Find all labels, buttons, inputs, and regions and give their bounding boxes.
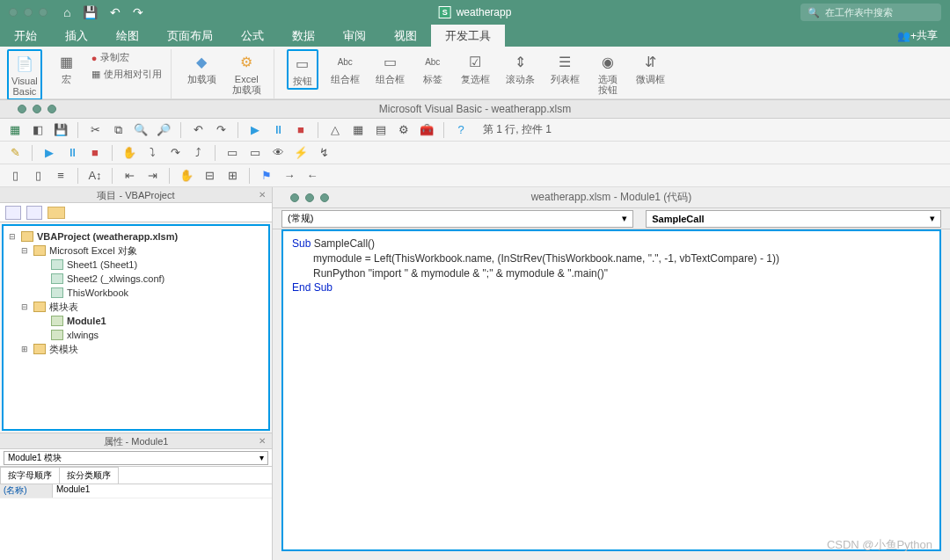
search-input[interactable]: 🔍 在工作表中搜索 (800, 4, 941, 21)
folder-icon[interactable] (48, 207, 65, 219)
immediate-icon[interactable]: ▭ (245, 143, 265, 163)
ribbon-record-macro[interactable]: ●录制宏 (91, 51, 162, 64)
watch-icon[interactable]: 👁 (268, 143, 288, 163)
close-icon[interactable]: ✕ (256, 433, 268, 446)
prop-row-name[interactable]: (名称) Module1 (0, 484, 272, 498)
pause-icon[interactable]: ⏸ (268, 120, 288, 140)
max-dot[interactable] (39, 8, 48, 17)
ribbon-addins[interactable]: ◆加载项 (184, 49, 220, 86)
comment-icon[interactable]: ⊟ (200, 166, 219, 185)
help-icon[interactable]: ? (451, 120, 471, 140)
menu-insert[interactable]: 插入 (51, 25, 102, 47)
min-dot[interactable] (24, 8, 33, 17)
project-icon[interactable]: ▦ (348, 120, 368, 140)
menu-data[interactable]: 数据 (278, 25, 329, 47)
undo-icon-tb[interactable]: ↶ (188, 120, 208, 140)
stop-icon[interactable]: ■ (291, 120, 311, 140)
save-icon[interactable]: 💾 (83, 5, 98, 19)
ribbon-groupbox[interactable]: Abc组合框 (327, 49, 363, 86)
outdent-icon[interactable]: ⇥ (142, 166, 162, 185)
tree-xlwings[interactable]: xlwings (67, 330, 99, 340)
run-icon[interactable]: ▶ (245, 120, 265, 140)
pause2-icon[interactable]: ⏸ (62, 143, 82, 163)
stepover-icon[interactable]: ↷ (165, 143, 185, 163)
ribbon-excel-addins[interactable]: ⚙Excel 加载项 (229, 49, 265, 97)
prop-tab-category[interactable]: 按分类顺序 (59, 467, 119, 484)
undo-icon[interactable]: ↶ (110, 5, 121, 19)
tree-module1[interactable]: Module1 (67, 316, 106, 326)
menu-view[interactable]: 视图 (380, 25, 431, 47)
home-icon[interactable]: ⌂ (63, 5, 70, 19)
ribbon-button[interactable]: ▭按钮 (287, 49, 318, 90)
callstack-icon[interactable]: ↯ (314, 143, 333, 163)
ribbon-spinner[interactable]: ⇵微调框 (632, 49, 669, 86)
indent-icon[interactable]: ⇤ (120, 166, 139, 185)
excel-icon[interactable]: ▦ (5, 120, 25, 140)
view-code-icon[interactable] (5, 206, 21, 220)
menu-developer[interactable]: 开发工具 (431, 25, 505, 47)
ribbon-macro[interactable]: ▦ 宏 (51, 49, 83, 86)
share-button[interactable]: 👥+ 共享 (885, 25, 950, 47)
run2-icon[interactable]: ▶ (40, 143, 59, 163)
properties-object-combo[interactable]: Module1 模块▾ (4, 451, 268, 465)
view-object-icon[interactable] (26, 206, 42, 220)
tree-sheet1[interactable]: Sheet1 (Sheet1) (67, 259, 137, 270)
toolbox-icon[interactable]: 🧰 (417, 120, 436, 140)
ribbon-use-relative[interactable]: ▦使用相对引用 (91, 68, 162, 81)
insert-module-icon[interactable]: ◧ (28, 120, 48, 140)
find-icon[interactable]: 🔍 (131, 120, 150, 140)
ribbon-label[interactable]: Abc标签 (417, 49, 449, 86)
close-icon[interactable]: ✕ (256, 187, 268, 200)
code-editor[interactable]: Sub SampleCall() mymodule = Left(ThisWor… (281, 229, 941, 551)
menu-draw[interactable]: 绘图 (102, 25, 153, 47)
properties-icon[interactable]: ▤ (371, 120, 391, 140)
procview-icon[interactable]: ▯ (5, 166, 25, 185)
code-window-controls[interactable] (290, 193, 329, 202)
tree-sheet2[interactable]: Sheet2 (_xlwings.conf) (67, 273, 164, 284)
ribbon-listbox[interactable]: ☰列表框 (547, 49, 583, 86)
tree-classmodules[interactable]: 类模块 (49, 343, 78, 356)
code-proc-combo[interactable]: SampleCall▾ (646, 210, 941, 228)
window-controls[interactable] (9, 8, 48, 17)
ribbon-checkbox[interactable]: ☑复选框 (457, 49, 493, 86)
ribbon-visual-basic[interactable]: 📄 Visual Basic (7, 49, 42, 100)
tree-thisworkbook[interactable]: ThisWorkbook (67, 287, 128, 298)
bookmark-icon[interactable]: ⚑ (257, 166, 276, 185)
prop-tab-alpha[interactable]: 按字母顺序 (0, 467, 60, 484)
locals-icon[interactable]: ▭ (223, 143, 242, 163)
step-icon[interactable]: ✎ (5, 143, 25, 163)
menu-review[interactable]: 审阅 (329, 25, 380, 47)
redo-icon[interactable]: ↷ (133, 5, 143, 19)
tree-modules[interactable]: 模块表 (49, 301, 78, 314)
save-icon-tb[interactable]: 💾 (51, 120, 70, 140)
code-object-combo[interactable]: (常规)▾ (281, 210, 633, 228)
project-tree[interactable]: ⊟VBAProject (weatherapp.xlsm) ⊟Microsoft… (2, 224, 270, 431)
design-icon[interactable]: △ (325, 120, 345, 140)
uncomment-icon[interactable]: ⊞ (223, 166, 242, 185)
redo-icon-tb[interactable]: ↷ (211, 120, 230, 140)
hand-icon[interactable]: ✋ (177, 166, 196, 185)
prev-bookmark-icon[interactable]: ← (303, 166, 322, 185)
stepinto-icon[interactable]: ⤵ (142, 143, 162, 163)
list-icon[interactable]: ≡ (51, 166, 70, 185)
vbe-window-controls[interactable] (18, 105, 56, 113)
tree-excel-objects[interactable]: Microsoft Excel 对象 (49, 244, 137, 258)
findnext-icon[interactable]: 🔎 (154, 120, 173, 140)
close-dot[interactable] (9, 8, 18, 17)
fullview-icon[interactable]: ▯ (28, 166, 48, 185)
ribbon-combobox[interactable]: ▭组合框 (372, 49, 408, 86)
menu-start[interactable]: 开始 (0, 25, 51, 47)
stop2-icon[interactable]: ■ (85, 143, 105, 163)
breakpoint-icon[interactable]: ✋ (120, 143, 139, 163)
browser-icon[interactable]: ⚙ (394, 120, 413, 140)
ribbon-option[interactable]: ◉选项 按钮 (592, 49, 624, 97)
next-bookmark-icon[interactable]: → (280, 166, 299, 185)
menu-pagelayout[interactable]: 页面布局 (153, 25, 227, 47)
font-icon[interactable]: A↕ (85, 166, 105, 185)
copy-icon[interactable]: ⧉ (108, 120, 128, 140)
cut-icon[interactable]: ✂ (85, 120, 105, 140)
stepout-icon[interactable]: ⤴ (188, 143, 208, 163)
menu-formulas[interactable]: 公式 (227, 25, 278, 47)
tree-root[interactable]: VBAProject (weatherapp.xlsm) (37, 231, 178, 242)
ribbon-scrollbar[interactable]: ⇕滚动条 (502, 49, 538, 86)
